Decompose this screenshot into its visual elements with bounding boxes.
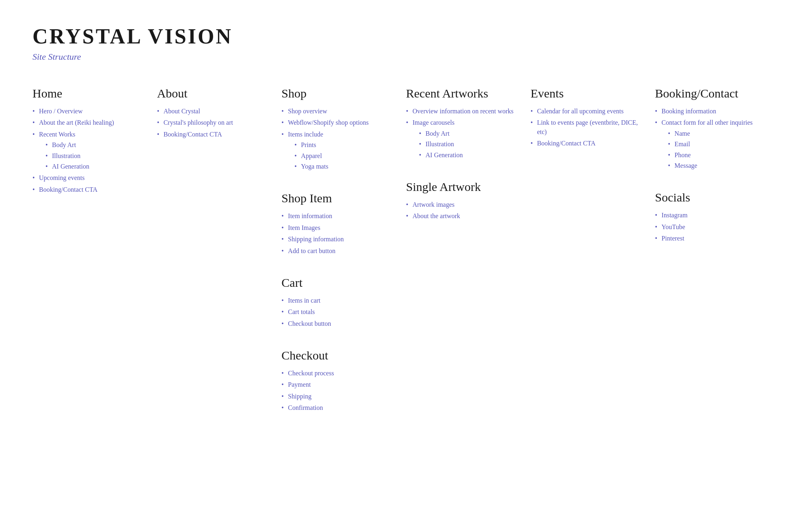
- section-title: Shop: [281, 87, 394, 100]
- list-item: Email: [661, 140, 767, 149]
- section-about: AboutAbout CrystalCrystal's philosophy o…: [157, 87, 270, 139]
- list-item: AI Generation: [412, 151, 518, 160]
- section-events: EventsCalendar for all upcoming eventsLi…: [531, 87, 643, 148]
- section-shop-item: Shop ItemItem informationItem ImagesShip…: [281, 191, 394, 256]
- list-item: About Crystal: [157, 107, 270, 116]
- list-item: Items includePrintsApparelYoga mats: [281, 130, 394, 171]
- section-title: Events: [531, 87, 643, 100]
- list-item: Calendar for all upcoming events: [531, 107, 643, 116]
- list-item: Shop overview: [281, 107, 394, 116]
- columns-container: HomeHero / OverviewAbout the art (Reiki …: [32, 87, 780, 433]
- list-item: Recent WorksBody ArtIllustrationAI Gener…: [32, 130, 145, 171]
- list-item: Booking/Contact CTA: [531, 139, 643, 148]
- section-title: Checkout: [281, 349, 394, 362]
- list-item: Overview information on recent works: [406, 107, 518, 116]
- list-item: Cart totals: [281, 308, 394, 316]
- list-item: Booking information: [655, 107, 767, 116]
- list-item: Body Art: [39, 141, 145, 149]
- list-item: Checkout button: [281, 319, 394, 328]
- list-item: Image carouselsBody ArtIllustrationAI Ge…: [406, 118, 518, 160]
- list-item: Item Images: [281, 223, 394, 232]
- section-single-artwork: Single ArtworkArtwork imagesAbout the ar…: [406, 180, 518, 221]
- list-item: Instagram: [655, 211, 767, 220]
- list-item: Items in cart: [281, 296, 394, 305]
- page-subtitle: Site Structure: [32, 52, 780, 62]
- section-title: Home: [32, 87, 145, 100]
- section-title: Cart: [281, 276, 394, 290]
- section-shop: ShopShop overviewWebflow/Shopify shop op…: [281, 87, 394, 171]
- column-events: EventsCalendar for all upcoming eventsLi…: [531, 87, 655, 169]
- list-item: Prints: [288, 141, 394, 149]
- section-title: Booking/Contact: [655, 87, 767, 100]
- section-booking-contact: Booking/ContactBooking informationContac…: [655, 87, 767, 170]
- list-item: Illustration: [39, 152, 145, 160]
- list-item: Link to events page (eventbrite, DICE, e…: [531, 118, 643, 136]
- column-about: AboutAbout CrystalCrystal's philosophy o…: [157, 87, 282, 159]
- list-item: Contact form for all other inquiriesName…: [655, 118, 767, 170]
- column-shop: ShopShop overviewWebflow/Shopify shop op…: [281, 87, 406, 433]
- list-item: Webflow/Shopify shop options: [281, 118, 394, 127]
- list-item: YouTube: [655, 223, 767, 232]
- list-item: Booking/Contact CTA: [32, 185, 145, 194]
- list-item: Booking/Contact CTA: [157, 130, 270, 139]
- list-item: Apparel: [288, 152, 394, 160]
- section-socials: SocialsInstagramYouTubePinterest: [655, 191, 767, 243]
- list-item: Phone: [661, 151, 767, 160]
- list-item: Shipping: [281, 392, 394, 401]
- list-item: Illustration: [412, 140, 518, 149]
- list-item: Checkout process: [281, 369, 394, 378]
- section-home: HomeHero / OverviewAbout the art (Reiki …: [32, 87, 145, 194]
- list-item: Upcoming events: [32, 173, 145, 182]
- list-item: Body Art: [412, 129, 518, 138]
- list-item: Yoga mats: [288, 162, 394, 171]
- list-item: Confirmation: [281, 403, 394, 412]
- list-item: Name: [661, 129, 767, 138]
- column-booking-contact: Booking/ContactBooking informationContac…: [655, 87, 780, 264]
- list-item: Crystal's philosophy on art: [157, 118, 270, 127]
- list-item: Item information: [281, 212, 394, 221]
- list-item: Pinterest: [655, 234, 767, 243]
- column-recent-artworks: Recent ArtworksOverview information on r…: [406, 87, 531, 241]
- section-title: Single Artwork: [406, 180, 518, 194]
- list-item: Add to cart button: [281, 247, 394, 256]
- section-checkout: CheckoutCheckout processPaymentShippingC…: [281, 349, 394, 413]
- section-recent-artworks: Recent ArtworksOverview information on r…: [406, 87, 518, 160]
- list-item: Hero / Overview: [32, 107, 145, 116]
- section-title: About: [157, 87, 270, 100]
- list-item: Payment: [281, 380, 394, 389]
- list-item: About the artwork: [406, 212, 518, 221]
- page-title: CRYSTAL VISION: [32, 24, 780, 48]
- section-title: Socials: [655, 191, 767, 204]
- column-home: HomeHero / OverviewAbout the art (Reiki …: [32, 87, 157, 214]
- section-title: Shop Item: [281, 191, 394, 205]
- section-title: Recent Artworks: [406, 87, 518, 100]
- list-item: About the art (Reiki healing): [32, 118, 145, 127]
- list-item: AI Generation: [39, 162, 145, 171]
- list-item: Artwork images: [406, 200, 518, 209]
- list-item: Message: [661, 161, 767, 170]
- list-item: Shipping information: [281, 235, 394, 244]
- section-cart: CartItems in cartCart totalsCheckout but…: [281, 276, 394, 328]
